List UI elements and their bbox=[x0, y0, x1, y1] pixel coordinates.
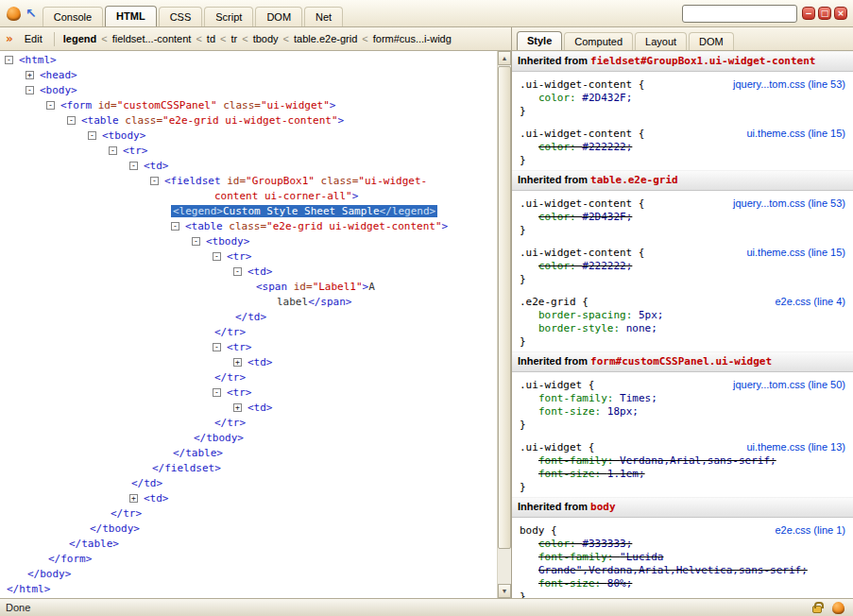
node-code[interactable]: <tr> bbox=[121, 145, 150, 157]
tree-line[interactable]: </tbody> bbox=[0, 431, 497, 446]
css-property[interactable]: color: #222222; bbox=[520, 260, 845, 273]
css-property[interactable]: color: #2D432F; bbox=[520, 92, 845, 105]
tree-line[interactable]: </tr> bbox=[0, 370, 497, 385]
breadcrumb-item[interactable]: fieldset...-content bbox=[109, 31, 196, 46]
expand-toggle-icon[interactable]: + bbox=[233, 358, 242, 367]
tab-dom[interactable]: DOM bbox=[255, 7, 302, 26]
node-code[interactable]: </td> bbox=[129, 477, 164, 489]
breadcrumb-item[interactable]: tbody bbox=[249, 31, 282, 46]
scrollbar-track[interactable] bbox=[498, 65, 511, 584]
node-code[interactable]: <td> bbox=[142, 160, 171, 172]
node-code[interactable]: </fieldset> bbox=[150, 462, 223, 474]
css-file-link[interactable]: ui.theme.css (line 15) bbox=[746, 247, 845, 258]
tree-line[interactable]: +<td> bbox=[0, 355, 497, 370]
tree-line[interactable]: </form> bbox=[0, 552, 497, 567]
element-link[interactable]: table.e2e-grid bbox=[590, 174, 678, 186]
expand-toggle-icon[interactable]: + bbox=[26, 71, 34, 79]
node-code[interactable]: <fieldset id="GroupBox1" class="ui-widge… bbox=[162, 175, 429, 187]
tree-line[interactable]: <span id="Label1">A bbox=[0, 280, 497, 295]
breadcrumb-item[interactable]: legend bbox=[60, 31, 100, 46]
tab-computed[interactable]: Computed bbox=[564, 32, 633, 50]
tab-css[interactable]: CSS bbox=[159, 7, 203, 26]
node-code[interactable]: </tr> bbox=[213, 326, 247, 338]
inspect-icon[interactable]: ↖ bbox=[26, 6, 37, 21]
vertical-scrollbar[interactable]: ▲ ▼ bbox=[497, 51, 511, 598]
collapse-toggle-icon[interactable]: - bbox=[213, 388, 221, 397]
tree-line[interactable]: </tr> bbox=[0, 506, 497, 522]
node-code[interactable]: <tbody> bbox=[100, 129, 147, 142]
node-code[interactable]: <tr> bbox=[225, 341, 254, 353]
css-selector[interactable]: .ui-widget-content { bbox=[520, 78, 644, 92]
css-property[interactable]: color: #333333; bbox=[520, 538, 845, 551]
tree-line[interactable]: -<tbody> bbox=[0, 234, 497, 249]
node-code[interactable]: <html> bbox=[17, 54, 59, 66]
css-property[interactable]: font-size: 1.1em; bbox=[520, 468, 845, 481]
css-selector[interactable]: .ui-widget { bbox=[520, 379, 594, 392]
panel-menu-icon[interactable]: » bbox=[6, 32, 13, 45]
tree-line[interactable]: label</span> bbox=[0, 295, 497, 310]
element-link[interactable]: body bbox=[590, 501, 616, 513]
collapse-toggle-icon[interactable]: - bbox=[150, 177, 159, 185]
tree-line[interactable]: -<tr> bbox=[0, 144, 497, 159]
tab-script[interactable]: Script bbox=[204, 7, 253, 26]
tab-layout[interactable]: Layout bbox=[635, 32, 687, 50]
expand-toggle-icon[interactable]: + bbox=[129, 494, 138, 503]
selected-node[interactable]: <legend>Custom Style Sheet Sample</legen… bbox=[171, 205, 437, 217]
node-code[interactable]: content ui-corner-all"> bbox=[213, 190, 360, 202]
tab-html[interactable]: HTML bbox=[105, 6, 157, 26]
collapse-toggle-icon[interactable]: - bbox=[171, 222, 179, 231]
css-property[interactable]: font-family: Times; bbox=[520, 392, 845, 405]
search-input[interactable] bbox=[682, 5, 797, 23]
collapse-toggle-icon[interactable]: - bbox=[213, 343, 221, 351]
css-file-link[interactable]: e2e.css (line 1) bbox=[775, 524, 845, 536]
node-code[interactable]: <tbody> bbox=[204, 235, 251, 248]
css-property[interactable]: color: #2D432F; bbox=[520, 211, 845, 224]
tree-line[interactable]: -<html> bbox=[0, 53, 497, 68]
node-code[interactable]: <form id="customCSSPanel" class="ui-widg… bbox=[59, 99, 337, 111]
scroll-down-button[interactable]: ▼ bbox=[498, 584, 511, 598]
css-selector[interactable]: .ui-widget-content { bbox=[520, 128, 644, 141]
breadcrumb-item[interactable]: table.e2e-grid bbox=[290, 31, 361, 46]
css-property[interactable]: color: #222222; bbox=[520, 141, 845, 154]
collapse-toggle-icon[interactable]: - bbox=[109, 146, 117, 155]
node-code[interactable]: </form> bbox=[46, 553, 94, 565]
collapse-toggle-icon[interactable]: - bbox=[129, 162, 138, 170]
node-code[interactable]: <table class="e2e-grid ui-widget-content… bbox=[183, 220, 450, 232]
node-code[interactable]: </body> bbox=[26, 568, 73, 580]
element-link[interactable]: form#customCSSPanel.ui-widget bbox=[590, 355, 772, 368]
collapse-toggle-icon[interactable]: - bbox=[213, 252, 221, 261]
tree-line[interactable]: </table> bbox=[0, 446, 497, 461]
node-code[interactable]: <tr> bbox=[225, 250, 254, 263]
breadcrumb-item[interactable]: tr bbox=[227, 31, 241, 46]
node-code[interactable]: </tbody> bbox=[88, 522, 142, 535]
collapse-toggle-icon[interactable]: - bbox=[26, 86, 34, 94]
tree-line[interactable]: -<table class="e2e-grid ui-widget-conten… bbox=[0, 113, 497, 128]
node-code[interactable]: </tr> bbox=[109, 507, 144, 520]
node-code[interactable]: label</span> bbox=[275, 296, 353, 308]
edit-button[interactable]: Edit bbox=[18, 31, 49, 46]
css-file-link[interactable]: jquery...tom.css (line 53) bbox=[733, 78, 845, 90]
tree-line[interactable]: +<td> bbox=[0, 401, 497, 416]
node-code[interactable]: </tr> bbox=[213, 371, 247, 384]
collapse-toggle-icon[interactable]: - bbox=[88, 131, 96, 140]
scroll-up-button[interactable]: ▲ bbox=[498, 51, 511, 65]
tree-line[interactable]: </tr> bbox=[0, 325, 497, 340]
element-link[interactable]: fieldset#GroupBox1.ui-widget-content bbox=[590, 55, 815, 67]
detach-button[interactable]: □ bbox=[818, 7, 831, 20]
minimize-button[interactable]: − bbox=[802, 7, 815, 20]
node-code[interactable]: <td> bbox=[246, 402, 275, 414]
tree-line[interactable]: </body> bbox=[0, 567, 497, 582]
css-file-link[interactable]: jquery...tom.css (line 50) bbox=[733, 379, 845, 390]
node-code[interactable]: <td> bbox=[246, 356, 275, 368]
tree-line[interactable]: </td> bbox=[0, 310, 497, 325]
css-property[interactable]: border-style: none; bbox=[520, 322, 845, 335]
node-code[interactable]: <table class="e2e-grid ui-widget-content… bbox=[79, 114, 346, 127]
node-code[interactable]: </tbody> bbox=[192, 432, 246, 444]
css-property[interactable]: font-size: 80%; bbox=[520, 577, 845, 590]
tab-style[interactable]: Style bbox=[517, 31, 562, 50]
tree-line[interactable]: content ui-corner-all"> bbox=[0, 189, 497, 204]
node-code[interactable]: <tr> bbox=[225, 386, 254, 399]
tree-line[interactable]: </fieldset> bbox=[0, 461, 497, 476]
lock-icon[interactable] bbox=[812, 606, 822, 613]
css-selector[interactable]: body { bbox=[520, 524, 557, 538]
